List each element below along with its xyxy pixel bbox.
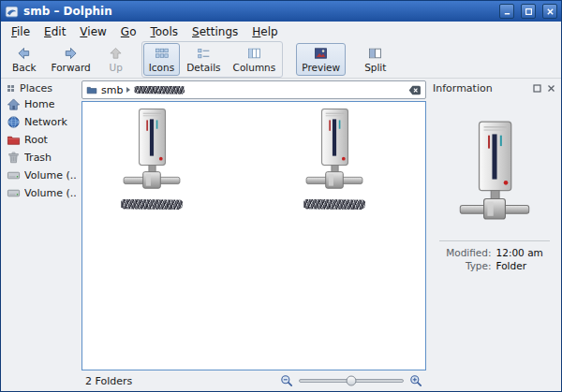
places-panel-title: Places	[20, 82, 52, 94]
trash-icon	[7, 151, 21, 165]
up-button[interactable]: Up	[100, 43, 132, 76]
maximize-button[interactable]	[521, 4, 536, 19]
zoom-out-icon[interactable]	[280, 374, 293, 387]
forward-button[interactable]: Forward	[46, 43, 96, 76]
place-item-volume-1[interactable]: Volume (...	[3, 167, 78, 184]
volume-icon	[7, 186, 21, 200]
zoom-slider[interactable]	[299, 379, 404, 383]
place-item-root[interactable]: Root	[3, 131, 78, 149]
forward-arrow-icon	[62, 46, 80, 61]
menu-settings[interactable]: Settings	[185, 23, 244, 40]
columns-view-icon	[245, 46, 263, 61]
breadcrumb-separator-icon	[126, 87, 130, 93]
menu-help[interactable]: Help	[245, 23, 284, 40]
place-item-trash[interactable]: Trash	[3, 149, 78, 167]
type-value: Folder	[496, 260, 543, 271]
modified-value: 12:00 am	[496, 247, 543, 258]
icons-view-button[interactable]: Icons	[143, 43, 180, 76]
float-panel-icon[interactable]	[532, 83, 542, 94]
folder-label-obscured	[121, 199, 183, 210]
information-panel: Information Modified: 12:00 am Type: Fol…	[428, 79, 561, 391]
center-column: smb 2 Folders	[80, 79, 428, 391]
preview-button[interactable]: Preview	[296, 43, 346, 76]
up-arrow-icon	[107, 46, 125, 61]
place-label: Volume (...	[24, 169, 76, 181]
clear-location-icon	[408, 84, 422, 96]
dolphin-window: smb – Dolphin File Edit View Go Tools Se…	[0, 0, 562, 392]
menu-view[interactable]: View	[73, 23, 112, 40]
folder-view[interactable]	[81, 101, 426, 370]
columns-view-label: Columns	[233, 62, 276, 73]
up-label: Up	[110, 62, 123, 73]
network-computer-preview-icon	[459, 120, 530, 229]
split-button[interactable]: Split	[359, 43, 392, 76]
information-panel-header: Information	[430, 80, 559, 95]
panel-handle-icon[interactable]	[6, 83, 16, 94]
details-view-button[interactable]: Details	[181, 43, 226, 76]
forward-label: Forward	[52, 62, 91, 73]
information-details: Modified: 12:00 am Type: Folder	[446, 247, 543, 271]
details-view-icon	[195, 46, 213, 61]
close-panel-icon[interactable]	[546, 83, 556, 94]
information-panel-title: Information	[433, 82, 493, 94]
back-arrow-icon	[15, 46, 33, 61]
preview-icon	[312, 46, 330, 61]
menubar: File Edit View Go Tools Settings Help	[1, 22, 561, 41]
breadcrumb-obscured-label[interactable]	[134, 86, 185, 94]
back-button[interactable]: Back	[7, 43, 42, 76]
columns-view-button[interactable]: Columns	[228, 43, 282, 76]
icons-view-label: Icons	[149, 62, 174, 73]
menu-tools[interactable]: Tools	[143, 23, 185, 40]
folder-item-1[interactable]	[111, 108, 193, 210]
places-panel-header: Places	[3, 80, 78, 95]
dolphin-app-icon	[5, 5, 19, 19]
toolbar: Back Forward Up Icons	[1, 41, 561, 79]
network-computer-icon	[305, 108, 363, 196]
menu-edit[interactable]: Edit	[37, 23, 72, 40]
location-folder-icon	[86, 84, 97, 95]
information-divider	[439, 240, 551, 241]
clear-location-button[interactable]	[408, 84, 422, 96]
split-label: Split	[364, 62, 386, 73]
network-computer-icon	[123, 108, 181, 196]
menu-file[interactable]: File	[5, 23, 37, 40]
details-view-label: Details	[186, 62, 220, 73]
close-button[interactable]	[542, 4, 557, 19]
information-body: Modified: 12:00 am Type: Folder	[430, 95, 559, 389]
split-view-icon	[366, 46, 384, 61]
icons-view-icon	[153, 46, 170, 61]
type-label: Type:	[446, 260, 491, 271]
breadcrumb-smb[interactable]: smb	[101, 84, 123, 96]
place-item-network[interactable]: Network	[3, 113, 78, 131]
place-label: Root	[24, 134, 48, 146]
modified-label: Modified:	[446, 247, 491, 258]
folder-item-2[interactable]	[293, 108, 376, 210]
statusbar: 2 Folders	[80, 370, 428, 391]
root-folder-icon	[7, 133, 21, 147]
place-label: Trash	[24, 152, 52, 164]
zoom-slider-thumb[interactable]	[347, 376, 357, 386]
volume-icon	[7, 168, 21, 182]
network-icon	[7, 115, 21, 129]
place-item-volume-2[interactable]: Volume (...	[3, 184, 78, 202]
place-label: Volume (...	[24, 187, 76, 199]
view-mode-group: Icons Details Columns	[141, 41, 284, 78]
titlebar[interactable]: smb – Dolphin	[1, 1, 561, 22]
menu-go[interactable]: Go	[114, 23, 143, 40]
folder-label-obscured	[303, 199, 365, 210]
minimize-button[interactable]	[499, 4, 514, 19]
location-bar[interactable]: smb	[81, 80, 426, 99]
preview-label: Preview	[302, 62, 340, 73]
back-label: Back	[12, 62, 37, 73]
zoom-in-icon[interactable]	[409, 374, 422, 387]
main-area: Places Home Network Root Trash Volume (.…	[1, 79, 561, 391]
place-label: Home	[24, 98, 54, 110]
place-item-home[interactable]: Home	[3, 95, 78, 113]
status-summary: 2 Folders	[85, 375, 132, 387]
home-icon	[7, 97, 21, 111]
places-panel: Places Home Network Root Trash Volume (.…	[1, 79, 80, 391]
window-title: smb – Dolphin	[23, 5, 493, 18]
place-label: Network	[24, 116, 67, 128]
